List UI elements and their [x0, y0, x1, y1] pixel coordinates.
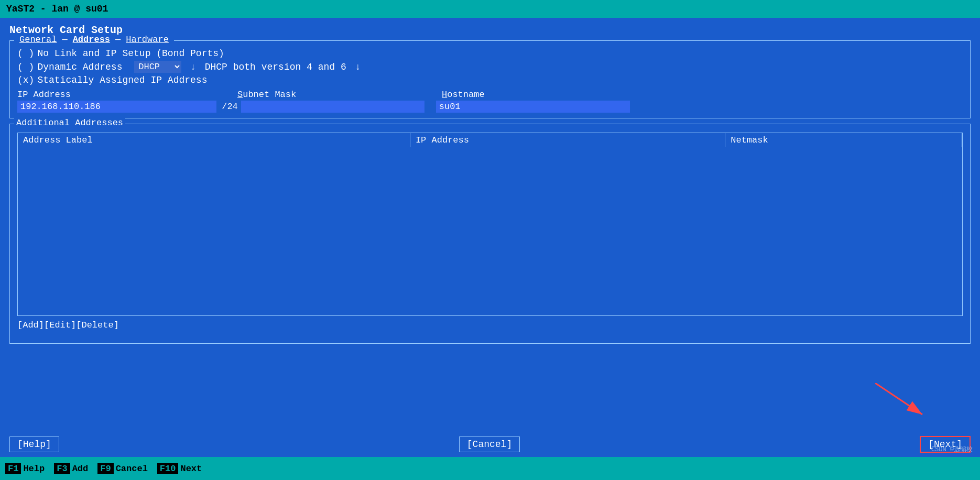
subnet-prefix: /24 — [216, 102, 238, 112]
fkey-bar: F1 Help F3 Add F9 Cancel F10 Next — [0, 457, 980, 480]
ip-address-header: IP Address — [17, 90, 237, 100]
fkey-f9-num: F9 — [97, 463, 113, 474]
address-table-container: Address Label IP Address Netmask — [17, 133, 963, 316]
cancel-button-area: [Cancel] — [59, 437, 920, 452]
radio-static[interactable]: (x) Statically Assigned IP Address — [17, 75, 963, 85]
radio-dynamic-label: Dynamic Address — [37, 62, 122, 72]
subnet-mask-input[interactable] — [241, 101, 424, 113]
radio-static-label: Statically Assigned IP Address — [37, 75, 207, 85]
watermark: CSDN ©选编校 — [931, 445, 973, 454]
add-address-button[interactable]: [Add] — [17, 320, 44, 330]
subnet-mask-header: Subnet Mask — [237, 90, 442, 100]
bottom-buttons-bar: [Help] [Cancel] [Next] — [0, 432, 980, 457]
fkey-f9[interactable]: F9 Cancel — [97, 463, 148, 474]
hostname-input[interactable] — [436, 101, 630, 113]
dhcp-dropdown[interactable]: DHCP DHCPv4 DHCPv6 — [134, 61, 181, 73]
radio-no-link[interactable]: ( ) No Link and IP Setup (Bond Ports) — [17, 48, 963, 59]
title-text: YaST2 - lan @ su01 — [6, 4, 108, 14]
cancel-button[interactable]: [Cancel] — [459, 437, 520, 452]
fkey-f1-num: F1 — [5, 463, 21, 474]
field-headers: IP Address Subnet Mask Hostname — [17, 90, 963, 100]
fkey-f10-num: F10 — [157, 463, 179, 474]
radio-static-state: (x) — [17, 75, 34, 85]
fkey-f3[interactable]: F3 Add — [54, 463, 88, 474]
col-netmask: Netmask — [725, 133, 962, 147]
address-table: Address Label IP Address Netmask — [18, 133, 962, 147]
fkey-f10-label: Next — [180, 464, 202, 474]
fkey-f1[interactable]: F1 Help — [5, 463, 45, 474]
fkey-f3-label: Add — [72, 464, 89, 474]
tabs-legend: General — Address — Hardware — [14, 35, 174, 45]
col-address-label: Address Label — [18, 133, 410, 147]
radio-no-link-state: ( ) — [17, 48, 34, 59]
fkey-f1-label: Help — [23, 464, 45, 474]
fkey-f10[interactable]: F10 Next — [157, 463, 202, 474]
address-actions: [Add] [Edit] [Delete] — [17, 320, 963, 330]
tab-address[interactable]: Address — [70, 35, 113, 45]
delete-address-button[interactable]: [Delete] — [76, 320, 119, 330]
col-ip-address: IP Address — [410, 133, 725, 147]
radio-no-link-label: No Link and IP Setup (Bond Ports) — [37, 48, 224, 59]
field-inputs: /24 — [17, 101, 963, 113]
fkey-f9-label: Cancel — [116, 464, 148, 474]
tab-hardware[interactable]: Hardware — [123, 35, 172, 45]
dhcp-version-text: DHCP both version 4 and 6 — [205, 62, 346, 72]
radio-dynamic-state: ( ) — [17, 62, 34, 72]
edit-address-button[interactable]: [Edit] — [44, 320, 76, 330]
radio-dynamic[interactable]: ( ) Dynamic Address DHCP DHCPv4 DHCPv6 ↓… — [17, 61, 963, 73]
help-button[interactable]: [Help] — [9, 437, 59, 452]
tab-general[interactable]: General — [16, 35, 60, 45]
title-bar: YaST2 - lan @ su01 — [0, 0, 980, 18]
hostname-header: Hostname — [442, 90, 963, 100]
additional-addresses-legend: Additional Addresses — [14, 118, 125, 128]
fkey-f3-num: F3 — [54, 463, 70, 474]
ip-address-input[interactable] — [17, 101, 216, 113]
tabs-fieldset: General — Address — Hardware ( ) No Link… — [9, 40, 971, 118]
additional-addresses-fieldset: Additional Addresses Address Label IP Ad… — [9, 124, 971, 344]
main-content: Network Card Setup General — Address — H… — [0, 18, 980, 434]
